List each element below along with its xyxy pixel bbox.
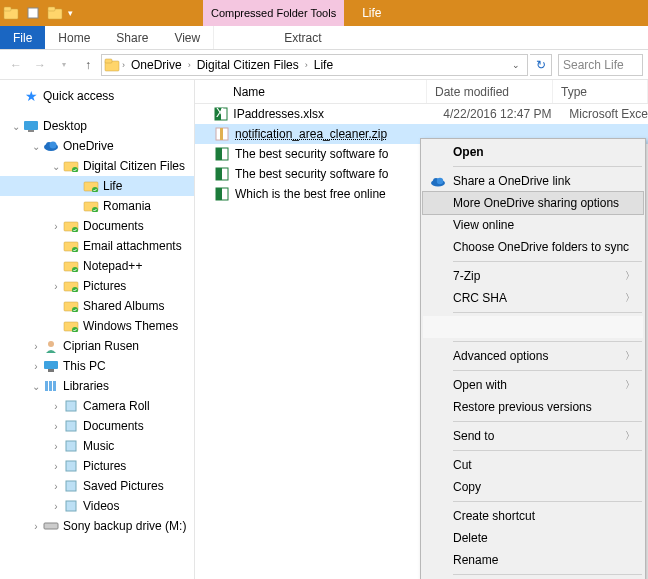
svg-point-11 [50, 142, 57, 149]
contextual-tab: Compressed Folder Tools [203, 0, 344, 26]
qat-folder-icon[interactable] [44, 2, 66, 24]
submenu-arrow-icon: 〉 [625, 378, 635, 392]
xlsx-icon: X [213, 107, 229, 121]
address-bar[interactable]: › OneDrive › Digital Citizen Files › Lif… [101, 54, 528, 76]
tree-ciprian[interactable]: ›Ciprian Rusen [0, 336, 194, 356]
svg-rect-49 [216, 148, 222, 160]
folder-icon [62, 260, 80, 272]
library-icon [62, 480, 80, 492]
tab-file[interactable]: File [0, 26, 45, 49]
ribbon: File Home Share View Extract [0, 26, 648, 50]
tab-view[interactable]: View [161, 26, 213, 49]
svg-rect-4 [48, 7, 55, 11]
tree-themes[interactable]: Windows Themes [0, 316, 194, 336]
file-row[interactable]: X IPaddresses.xlsx 4/22/2016 12:47 PM Mi… [195, 104, 648, 124]
menu-restore[interactable]: Restore previous versions [423, 396, 643, 418]
menu-open-with[interactable]: Open with〉 [423, 374, 643, 396]
qat-button[interactable] [22, 2, 44, 24]
tree-life[interactable]: Life [0, 176, 194, 196]
tree-camera[interactable]: ›Camera Roll [0, 396, 194, 416]
tab-home[interactable]: Home [45, 26, 103, 49]
svg-rect-38 [66, 441, 76, 451]
svg-rect-36 [66, 401, 76, 411]
tree-onedrive[interactable]: ⌄OneDrive [0, 136, 194, 156]
file-name: notification_area_cleaner.zip [231, 127, 445, 141]
tree-videos[interactable]: ›Videos [0, 496, 194, 516]
tree-dcf[interactable]: ⌄Digital Citizen Files [0, 156, 194, 176]
user-icon [42, 339, 60, 353]
tree-sony[interactable]: ›Sony backup drive (M:) [0, 516, 194, 536]
svg-rect-35 [53, 381, 56, 391]
folder-icon [82, 200, 100, 212]
refresh-button[interactable]: ↻ [530, 54, 552, 76]
crumb-dcf[interactable]: Digital Citizen Files [193, 58, 303, 72]
svg-rect-1 [4, 7, 11, 11]
menu-choose-folders[interactable]: Choose OneDrive folders to sync [423, 236, 643, 258]
folder-icon [62, 300, 80, 312]
crumb-life[interactable]: Life [310, 58, 337, 72]
back-button[interactable]: ← [5, 54, 27, 76]
tab-share[interactable]: Share [103, 26, 161, 49]
svg-rect-39 [66, 461, 76, 471]
qat-dropdown-icon[interactable]: ▾ [68, 8, 73, 18]
file-name: IPaddresses.xlsx [229, 107, 443, 121]
menu-rename[interactable]: Rename [423, 549, 643, 571]
menu-share-onedrive[interactable]: Share a OneDrive link [423, 170, 643, 192]
file-name: The best security software fo [231, 147, 445, 161]
menu-7zip[interactable]: 7-Zip〉 [423, 265, 643, 287]
svg-text:X: X [216, 107, 224, 120]
desktop-icon [22, 120, 40, 132]
tree-desktop[interactable]: ⌄Desktop [0, 116, 194, 136]
menu-open[interactable]: Open [423, 141, 643, 163]
col-type[interactable]: Type [553, 80, 648, 103]
file-name: The best security software fo [231, 167, 445, 181]
tab-extract[interactable]: Extract [213, 26, 391, 49]
col-name[interactable]: Name [195, 80, 427, 103]
tree-pictures[interactable]: ›Pictures [0, 276, 194, 296]
tree-libraries[interactable]: ⌄Libraries [0, 376, 194, 396]
tree-email[interactable]: Email attachments [0, 236, 194, 256]
crumb-onedrive[interactable]: OneDrive [127, 58, 186, 72]
chevron-right-icon[interactable]: › [305, 60, 308, 70]
separator [453, 261, 642, 262]
svg-rect-32 [48, 369, 54, 372]
menu-advanced[interactable]: Advanced options〉 [423, 345, 643, 367]
menu-cut[interactable]: Cut [423, 454, 643, 476]
separator [453, 450, 642, 451]
xlsx-icon [213, 167, 231, 181]
tree-thispc[interactable]: ›This PC [0, 356, 194, 376]
tree-documents[interactable]: ›Documents [0, 216, 194, 236]
star-icon: ★ [22, 88, 40, 104]
svg-rect-53 [216, 188, 222, 200]
folder-icon [62, 320, 80, 332]
tree-shared[interactable]: Shared Albums [0, 296, 194, 316]
up-button[interactable]: ↑ [77, 54, 99, 76]
submenu-arrow-icon: 〉 [625, 291, 635, 305]
menu-send-to[interactable]: Send to〉 [423, 425, 643, 447]
menu-view-online[interactable]: View online [423, 214, 643, 236]
address-dropdown-icon[interactable]: ⌄ [507, 60, 525, 70]
tree-lpics[interactable]: ›Pictures [0, 456, 194, 476]
chevron-right-icon[interactable]: › [122, 60, 125, 70]
cloud-icon [42, 140, 60, 152]
svg-point-56 [437, 177, 443, 183]
col-date[interactable]: Date modified [427, 80, 553, 103]
tree-music[interactable]: ›Music [0, 436, 194, 456]
menu-more-onedrive[interactable]: More OneDrive sharing options [423, 192, 643, 214]
library-icon [62, 420, 80, 432]
menu-delete[interactable]: Delete [423, 527, 643, 549]
tree-notepad[interactable]: Notepad++ [0, 256, 194, 276]
recent-dropdown-icon[interactable]: ▾ [53, 54, 75, 76]
chevron-right-icon[interactable]: › [188, 60, 191, 70]
tree-saved[interactable]: ›Saved Pictures [0, 476, 194, 496]
search-input[interactable]: Search Life [558, 54, 643, 76]
menu-crc[interactable]: CRC SHA〉 [423, 287, 643, 309]
forward-button[interactable]: → [29, 54, 51, 76]
tree-quick-access[interactable]: ★Quick access [0, 86, 194, 106]
tree-romania[interactable]: Romania [0, 196, 194, 216]
tree-ldocs[interactable]: ›Documents [0, 416, 194, 436]
menu-copy[interactable]: Copy [423, 476, 643, 498]
window-title: Life [362, 6, 381, 20]
svg-rect-8 [28, 130, 34, 132]
menu-create-shortcut[interactable]: Create shortcut [423, 505, 643, 527]
